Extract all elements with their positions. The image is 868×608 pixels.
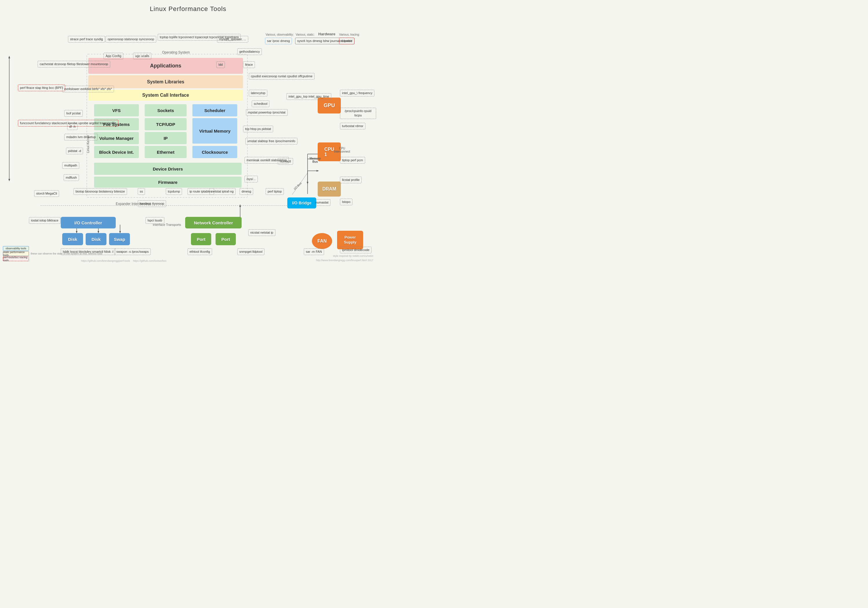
io-bridge-box: I/O Bridge — [287, 197, 316, 208]
turbostat-tool: turbostat rdmsr — [340, 123, 366, 129]
proc-cpuinfo-tool: /proc/cpuinfo cpuid lscpu — [340, 108, 376, 119]
mdadm-lvm-tool: mdadm lvm dmsetup — [64, 134, 98, 140]
strace-tool: strace perf trace sysdig — [68, 36, 105, 42]
footer-url1: http://www.brendangregg.com/linuxperf.ht… — [316, 258, 373, 262]
lspci-tool: lspci lsusb — [146, 217, 164, 224]
pidstat-d-tool: pidstat -d — [66, 148, 83, 154]
nicstat-tool: nicstat netstat ip — [248, 229, 276, 236]
gethostlatency-tool: gethostlatency — [237, 48, 262, 55]
cachestat-tool: cachestat dcsnoop filetop fileslower mou… — [37, 61, 110, 67]
footer-links: style inspired by reddit.com/u/redct htt… — [316, 254, 373, 262]
opensnoop-tool: opensnoop statsnoop syncsnoop — [105, 36, 156, 42]
iostat-tool: iostat iotop blktrace — [29, 217, 60, 224]
legend-static-box: static performance tools — [3, 251, 29, 256]
lstopo-tool: lstopo — [340, 199, 352, 205]
memory-bus-label: MemoryBus — [310, 157, 321, 163]
gpu-box: GPU — [318, 98, 341, 114]
legend-static-desc: these can observe the state of the syste… — [31, 252, 102, 255]
various-obs-label: Various, observability: — [266, 33, 294, 36]
port2-box: Port — [215, 233, 236, 245]
various-static-label: Various, static: — [296, 33, 315, 36]
biotop-tool: biotop biosnoop biolatency bitesize — [73, 188, 127, 195]
ext4slower-tool: ext4slower ext4dist btrfs* xfs* zfs* — [62, 86, 114, 92]
footer-links-center: https://github.com/brendangregg/perf-too… — [81, 260, 167, 262]
ip-box: IP — [145, 132, 187, 144]
swapon-tool: swapon -s /proc/swaps — [114, 249, 151, 255]
legend-obs-box: observability tools — [3, 246, 29, 251]
netstat-tool: netstat iptraf-ng — [209, 188, 236, 195]
port1-box: Port — [191, 233, 211, 245]
multipath-tool: multipath — [62, 162, 79, 169]
swap-box: Swap — [109, 233, 130, 245]
io-controller-box: I/O Controller — [61, 217, 116, 229]
scheduler-box: Scheduler — [192, 104, 237, 117]
intel-gpu-freq-tool: intel_gpu_\ frequency — [340, 90, 374, 96]
cpu-label: CPU1 — [324, 147, 334, 157]
funccount-tool: funccount funclatency stackcount kprobe … — [18, 120, 118, 126]
ethernet-box: Ethernet — [145, 146, 187, 158]
legend-perf-box: perf-tools/bcc tracing tools — [3, 257, 29, 261]
ss-tool: ss — [138, 188, 145, 195]
latencytop-tool: latencytop — [249, 90, 267, 96]
sockets-box: Sockets — [145, 104, 187, 117]
tcpudp-box: TCP/UDP — [145, 118, 187, 130]
intel-gpu-top-tool: intel_gpu_top intel_gpu_time — [287, 93, 331, 100]
legend-static-label: static performance tools — [3, 251, 29, 257]
mpstat-tool: mpstat powertop /proc/stat — [246, 109, 288, 116]
ltrace-tool: ltrace — [243, 61, 255, 68]
hardware-label: Hardware — [318, 32, 335, 36]
vfs-box: VFS — [94, 104, 139, 117]
cpudist-tool: cpudist execsnoop runlat cpudist offcput… — [249, 73, 315, 79]
llcstat-tool: llcstat profile — [340, 177, 362, 183]
numactl-tool: numactl — [278, 158, 293, 165]
vmstat-tool: vmstat slabtop free /proc/meminfo — [245, 138, 298, 145]
diagram-container: Operating System Applications System Lib… — [0, 15, 376, 264]
perf-ftrace-tool: perf ftrace stap lttng bcc (BPF) — [18, 84, 65, 91]
cpu-interconnect-label: CPUInterconnect — [334, 147, 350, 153]
footer-style: style inspired by reddit.com/u/redct — [316, 254, 373, 258]
virtual-memory-box: Virtual Memory — [192, 118, 237, 144]
firmware-box: Firmware — [94, 177, 242, 188]
disk2-box: Disk — [86, 233, 107, 245]
hardirqs-tool: hardirqs ttysnoop — [138, 201, 166, 207]
tiptop-perf-tool: tiptop perf pcm — [340, 157, 365, 163]
legend-obs: observability tools — [3, 246, 102, 251]
storcli-tool: storcli MegaCli — [34, 190, 59, 197]
lsof-pcstat-tool: lsof pcstat — [64, 110, 83, 117]
top-htop-tool: top htop ps pidstat — [243, 126, 273, 132]
tcpdump-tool: tcpdump — [166, 188, 182, 195]
fan-box: FAN — [312, 233, 332, 249]
dram-box: DRAM — [318, 182, 341, 197]
sys-dots-tool: /sys/... — [245, 176, 258, 182]
clocksource-box: Clocksource — [192, 146, 237, 158]
device-drivers-box: Device Drivers — [94, 163, 242, 175]
dmesg-tool: dmesg — [240, 188, 253, 195]
schedtool-tool: schedtool — [252, 101, 270, 107]
network-controller-box: Network Controller — [185, 217, 242, 229]
legend: observability tools static performance t… — [3, 246, 102, 261]
volume-manager-box: Volume Manager — [94, 132, 139, 144]
ipmitool-tool: ipmitool dmidecode — [340, 247, 372, 253]
io-bus-label: I/O Bus — [293, 182, 302, 191]
ldd-tool: ldd — [216, 61, 225, 68]
snmpget-tool: snmpget lldptool — [237, 249, 265, 255]
ugc-ucalls-tool: ugc ucalls — [133, 53, 151, 59]
app-config-tool: App Config — [104, 53, 123, 59]
footer-link1: https://github.com/brendangregg/perf-too… — [81, 260, 130, 262]
legend-static: static performance tools these can obser… — [3, 251, 102, 256]
numastat-tool: numastat — [313, 199, 330, 206]
perf-tiptop-tool: perf tiptop — [266, 188, 284, 195]
ethtool-tool: ethtool ifconfig — [188, 249, 212, 255]
page-title: Linux Performance Tools — [0, 0, 376, 15]
capable-tool: capable — [339, 37, 355, 44]
disk1-box: Disk — [62, 233, 83, 245]
footer-link2: https://github.com/iovisor/bcc — [133, 260, 167, 262]
mysqld-tool: mysqld_qslower, ... — [217, 36, 248, 42]
os-label: Operating System — [162, 50, 190, 54]
sar-proc-tool: sar /proc dmesg — [265, 37, 292, 44]
block-device-box: Block Device Int. — [94, 146, 139, 158]
legend-perf-label: perf-tools/bcc tracing tools — [3, 256, 29, 262]
mdflush-tool: mdflush — [64, 174, 79, 181]
various-tracing-label: Various, tracing: — [339, 33, 360, 36]
legend-obs-label: observability tools — [6, 247, 26, 250]
